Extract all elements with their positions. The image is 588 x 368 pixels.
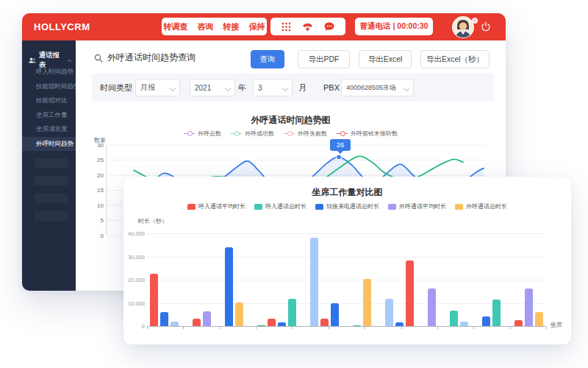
chat-icon[interactable] bbox=[324, 22, 334, 32]
bar-legend-item[interactable]: 外呼通话总时长 bbox=[455, 202, 507, 210]
pbx-select[interactable]: 4000628505市场 bbox=[341, 79, 414, 96]
time-type-select[interactable]: 月报 bbox=[135, 79, 180, 96]
power-icon[interactable] bbox=[481, 21, 491, 32]
sidebar-item[interactable]: 呼入时间趋势 bbox=[22, 65, 76, 79]
bar-chart-legend: 呼入通话平均时长呼入通话总时长转接来电通话总时长外呼通话平均时长外呼通话总时长 bbox=[123, 202, 571, 210]
bar-teal bbox=[492, 300, 501, 326]
highlighted-data-point bbox=[337, 155, 342, 160]
call-action-0[interactable]: 转调查 bbox=[164, 21, 188, 32]
line-chart-ytick: 30 bbox=[97, 142, 104, 149]
sidebar-item[interactable]: 外呼时间趋势 bbox=[22, 137, 76, 152]
avatar-image bbox=[453, 17, 473, 38]
export-excel-seconds-button[interactable]: 导出Excel（秒） bbox=[420, 50, 490, 68]
bar-blue bbox=[278, 322, 286, 326]
bar-chart-axis-tick bbox=[401, 327, 402, 329]
hangup-phone-icon[interactable] bbox=[302, 21, 313, 32]
month-suffix-label: 月 bbox=[298, 74, 306, 102]
year-suffix-label: 年 bbox=[238, 74, 246, 102]
bar-red bbox=[150, 274, 158, 327]
query-title-text: 外呼通话时间趋势查询 bbox=[107, 52, 196, 64]
bar-chart-title: 坐席工作量对比图 bbox=[123, 186, 571, 199]
bar-red bbox=[406, 261, 414, 326]
bar-red bbox=[268, 319, 276, 326]
legend-swatch-icon bbox=[187, 204, 196, 210]
legend-swatch-icon bbox=[455, 204, 463, 210]
bar-teal bbox=[450, 311, 458, 326]
line-chart-ytick: 5 bbox=[101, 217, 104, 224]
pbx-label: PBX bbox=[323, 74, 340, 102]
legend-swatch-icon bbox=[254, 204, 262, 210]
bar-legend-item[interactable]: 呼入通话总时长 bbox=[254, 202, 306, 210]
bar-chart-axis-tick bbox=[220, 327, 220, 329]
bar-cluster bbox=[450, 233, 468, 326]
legend-swatch-icon bbox=[315, 204, 323, 210]
call-action-1[interactable]: 咨询 bbox=[198, 21, 214, 32]
bar-blue bbox=[482, 316, 490, 326]
bar-red bbox=[193, 319, 201, 326]
line-chart-ytick: 15 bbox=[97, 187, 104, 194]
bar-chart-ytick: 10,000 bbox=[126, 300, 145, 307]
sidebar-item[interactable]: 坐席工作量 bbox=[22, 108, 76, 123]
phone-status-text: 普通电话 | 00:00:30 bbox=[360, 21, 429, 32]
bar-chart-plot bbox=[150, 233, 543, 326]
year-select[interactable]: 2021 bbox=[190, 79, 235, 96]
chart-tooltip: 26 bbox=[330, 139, 351, 151]
grid-menu-icon[interactable] bbox=[282, 22, 291, 32]
sidebar-skeleton bbox=[35, 194, 68, 203]
chevron-down-icon bbox=[282, 85, 288, 91]
export-pdf-button[interactable]: 导出PDF bbox=[298, 50, 350, 68]
sidebar-item[interactable]: 坐席满意度 bbox=[22, 122, 76, 137]
bar-chart-axis-tick bbox=[256, 327, 257, 329]
screenshot-stage: HOLLYCRM 转调查咨询转接保持 bbox=[0, 0, 588, 368]
chevron-up-icon bbox=[67, 59, 72, 63]
bar-chart-axis-tick bbox=[292, 327, 293, 329]
call-action-2[interactable]: 转接 bbox=[223, 21, 240, 32]
export-excel-button[interactable]: 导出Excel bbox=[359, 50, 412, 68]
bar-purple bbox=[428, 289, 436, 326]
bar-red bbox=[320, 319, 329, 326]
sidebar: 通话报表 呼入时间趋势技能组时间趋势技能组对比坐席工作量坐席满意度外呼时间趋势 bbox=[22, 40, 76, 291]
legend-label: 外呼通话总时长 bbox=[466, 202, 507, 210]
line-chart-title: 外呼通话时间趋势图 bbox=[76, 114, 506, 127]
sidebar-skeleton bbox=[35, 176, 68, 185]
bar-cluster bbox=[482, 233, 501, 326]
bar-legend-item[interactable]: 呼入通话平均时长 bbox=[187, 202, 245, 210]
topbar-icon-group bbox=[270, 18, 345, 35]
bar-lightblue bbox=[310, 238, 318, 326]
line-chart-ytick: 0 bbox=[101, 233, 104, 239]
bar-cluster bbox=[257, 233, 296, 326]
legend-label: 呼入通话平均时长 bbox=[198, 202, 245, 210]
bar-cluster bbox=[385, 233, 414, 326]
search-icon bbox=[94, 54, 103, 63]
avatar[interactable] bbox=[452, 16, 474, 38]
filter-bar: 时间类型 月报 2021 年 3 月 PBX 4000628505市场 bbox=[92, 74, 494, 102]
legend-label: 呼入通话总时长 bbox=[265, 202, 306, 210]
bar-legend-item[interactable]: 外呼通话平均时长 bbox=[388, 202, 446, 210]
bar-teal bbox=[288, 299, 296, 326]
bar-teal bbox=[353, 325, 361, 327]
sidebar-item[interactable]: 技能组时间趋势 bbox=[22, 79, 76, 94]
legend-label: 外呼通话平均时长 bbox=[399, 202, 446, 210]
search-button[interactable]: 查询 bbox=[251, 50, 284, 68]
bar-cluster bbox=[353, 233, 371, 326]
bar-purple bbox=[525, 289, 533, 326]
bar-chart-x-axis bbox=[147, 326, 546, 327]
bar-legend-item[interactable]: 转接来电通话总时长 bbox=[315, 202, 379, 210]
bar-chart-xlabel: 坐席 bbox=[551, 321, 562, 329]
sidebar-skeleton bbox=[35, 158, 68, 168]
bar-chart-ytick: 0 bbox=[126, 323, 145, 330]
sidebar-item[interactable]: 技能组对比 bbox=[22, 93, 76, 108]
year-value: 2021 bbox=[195, 84, 211, 92]
bar-chart-axis-tick bbox=[183, 327, 184, 329]
bar-cluster bbox=[514, 233, 543, 326]
chevron-down-icon bbox=[170, 85, 176, 91]
bar-blue bbox=[160, 312, 168, 326]
bar-cluster bbox=[428, 233, 436, 326]
phone-status-pill[interactable]: 普通电话 | 00:00:30 bbox=[355, 18, 433, 35]
call-action-3[interactable]: 保持 bbox=[249, 21, 265, 32]
bar-chart-axis-tick bbox=[437, 327, 438, 329]
topbar: HOLLYCRM 转调查咨询转接保持 bbox=[22, 13, 506, 40]
bar-orange bbox=[363, 279, 371, 326]
line-chart-ytick: 10 bbox=[97, 202, 104, 209]
month-select[interactable]: 3 bbox=[253, 79, 293, 96]
